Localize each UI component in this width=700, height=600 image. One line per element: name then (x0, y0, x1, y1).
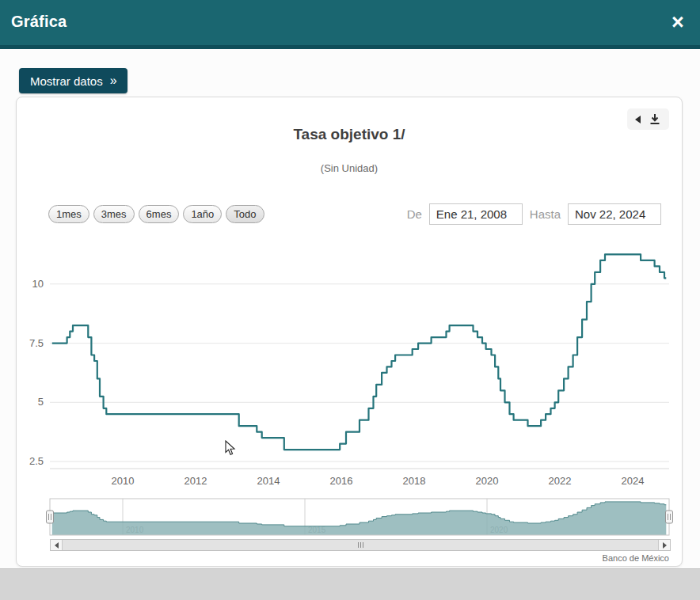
collapse-arrow-icon[interactable] (635, 116, 641, 123)
scrollbar-right-arrow[interactable] (658, 540, 670, 550)
page-background-strip (0, 568, 700, 600)
download-button[interactable] (649, 113, 661, 125)
download-icon (649, 113, 661, 125)
modal-body: Mostrar datos » Tasa objetivo 1/ (Sin Un… (0, 49, 700, 568)
date-to-input[interactable] (568, 203, 661, 225)
range-button-6mes[interactable]: 6mes (139, 205, 180, 223)
svg-text:5: 5 (38, 396, 44, 408)
svg-text:2022: 2022 (549, 475, 572, 487)
left-arrow-icon (55, 542, 59, 549)
svg-text:2016: 2016 (330, 475, 353, 487)
date-to-label: Hasta (530, 207, 561, 221)
range-button-1mes[interactable]: 1mes (48, 205, 89, 223)
date-from-label: De (407, 207, 422, 221)
scrollbar-left-arrow[interactable] (51, 540, 63, 550)
navigator-right-handle[interactable] (666, 511, 673, 523)
main-chart[interactable]: 2.557.5102010201220142016201820202022202… (21, 237, 675, 492)
show-data-button[interactable]: Mostrar datos » (19, 68, 127, 93)
svg-text:2.5: 2.5 (29, 455, 44, 467)
chart-credit: Banco de México (603, 553, 669, 563)
date-from-input[interactable] (429, 203, 523, 225)
controls-row: 1mes 3mes 6mes 1año Todo De Hasta (48, 203, 661, 225)
svg-text:2014: 2014 (257, 475, 280, 487)
date-controls: De Hasta (407, 203, 661, 225)
show-data-label: Mostrar datos (30, 74, 103, 88)
range-button-3mes[interactable]: 3mes (93, 205, 135, 223)
navigator-area (52, 502, 667, 535)
navigator-left-handle[interactable] (47, 511, 54, 523)
svg-text:2020: 2020 (476, 475, 499, 487)
right-arrow-icon (663, 542, 667, 549)
svg-text:2018: 2018 (403, 475, 426, 487)
range-button-todo[interactable]: Todo (226, 205, 264, 223)
close-button[interactable]: × (664, 6, 692, 38)
scrollbar-thumb[interactable] (63, 540, 658, 550)
page: Gráfica × Mostrar datos » Tasa objetivo … (0, 0, 700, 600)
svg-text:7.5: 7.5 (29, 337, 44, 349)
chart-subtitle: (Sin Unidad) (17, 162, 682, 174)
svg-text:2010: 2010 (112, 475, 135, 487)
range-buttons: 1mes 3mes 6mes 1año Todo (48, 205, 264, 223)
chart-title: Tasa objetivo 1/ (17, 126, 682, 143)
svg-text:2012: 2012 (185, 475, 207, 487)
chart-scrollbar[interactable] (50, 539, 671, 551)
modal-header: Gráfica × (0, 0, 700, 49)
double-chevron-right-icon: » (110, 74, 116, 88)
navigator[interactable]: 201020152020 (21, 496, 675, 539)
modal-title: Gráfica (11, 13, 67, 31)
svg-text:2024: 2024 (622, 475, 645, 487)
chart-card: Tasa objetivo 1/ (Sin Unidad) 1mes 3mes … (16, 97, 683, 567)
range-button-1ano[interactable]: 1año (183, 205, 222, 223)
svg-text:10: 10 (32, 278, 44, 290)
scrollbar-grip-icon (358, 542, 363, 548)
